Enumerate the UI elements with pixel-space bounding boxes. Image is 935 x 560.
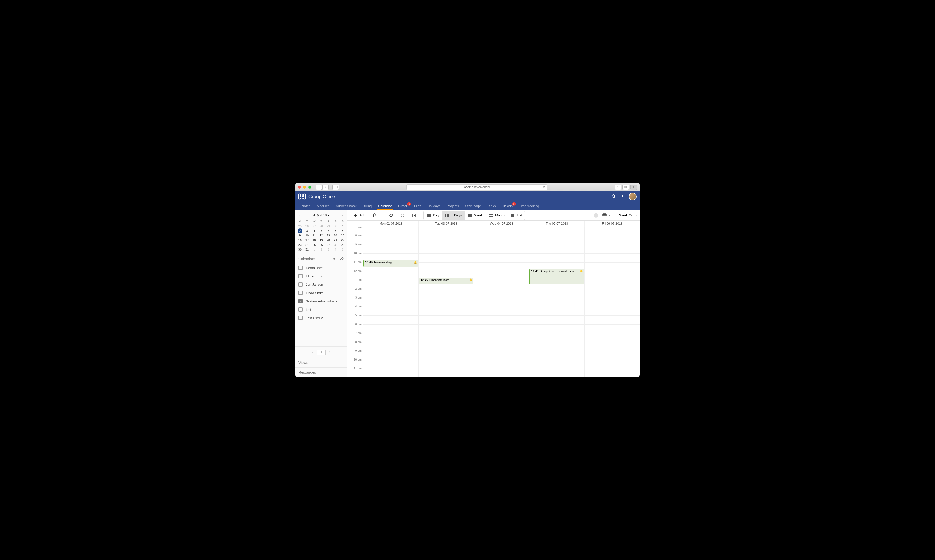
info-icon[interactable]: i <box>594 213 598 218</box>
mini-cal-day[interactable]: 4 <box>332 247 339 252</box>
mini-cal-day[interactable]: 28 <box>332 243 339 247</box>
new-tab-icon[interactable]: + <box>630 185 637 190</box>
view-week-button[interactable]: Week <box>465 211 486 220</box>
mini-cal-day[interactable]: 5 <box>339 247 346 252</box>
day-column[interactable]: 11:45GroupOffice demonstration🔔 <box>529 227 585 377</box>
day-column[interactable]: 12:45Lunch with Kate🔔 <box>418 227 474 377</box>
mini-cal-day[interactable]: 18 <box>311 238 318 243</box>
calendar-item[interactable]: System Administrator <box>295 297 347 305</box>
mini-cal-day[interactable]: 20 <box>325 238 332 243</box>
mini-cal-day[interactable]: 6 <box>325 228 332 233</box>
mini-cal-day[interactable]: 16 <box>296 238 303 243</box>
day-column[interactable] <box>474 227 529 377</box>
calendar-event[interactable]: 10:45Team meeting🔔 <box>363 260 418 267</box>
nav-tab-start-page[interactable]: Start page <box>462 202 484 210</box>
mini-cal-day[interactable]: 7 <box>332 228 339 233</box>
mini-cal-day[interactable]: 11 <box>311 233 318 238</box>
day-column[interactable]: 10:45Team meeting🔔 <box>363 227 418 377</box>
mini-cal-day[interactable]: 8 <box>339 228 346 233</box>
view-5-days-button[interactable]: 5 Days <box>442 211 464 220</box>
mini-cal-day[interactable]: 15 <box>339 233 346 238</box>
nav-tab-calendar[interactable]: Calendar <box>375 202 395 210</box>
day-column[interactable] <box>585 227 640 377</box>
nav-tab-holidays[interactable]: Holidays <box>424 202 443 210</box>
mini-cal-day[interactable]: 29 <box>325 224 332 228</box>
checkbox-icon[interactable] <box>298 266 302 270</box>
mini-cal-day[interactable]: 29 <box>339 243 346 247</box>
pager-input[interactable] <box>317 349 326 355</box>
next-month-button[interactable]: › <box>341 212 344 218</box>
nav-tab-tasks[interactable]: Tasks <box>484 202 499 210</box>
mini-cal-day[interactable]: 3 <box>303 228 310 233</box>
check-all-icon[interactable] <box>339 257 344 261</box>
back-button[interactable]: ‹ <box>316 185 322 190</box>
delete-button[interactable] <box>369 211 380 220</box>
checkbox-icon[interactable] <box>298 291 302 295</box>
nav-tab-e-mail[interactable]: E-mail6 <box>395 202 411 210</box>
add-button[interactable]: Add <box>350 211 368 220</box>
nav-tab-tickets[interactable]: Tickets3 <box>499 202 516 210</box>
mini-cal-day[interactable]: 27 <box>325 243 332 247</box>
settings-button[interactable] <box>397 211 408 220</box>
mini-cal-day[interactable]: 9 <box>296 233 303 238</box>
calendar-item[interactable]: test <box>295 305 347 314</box>
mini-cal-day[interactable]: 23 <box>296 243 303 247</box>
calendar-event[interactable]: 12:45Lunch with Kate🔔 <box>419 278 473 285</box>
next-week-button[interactable]: › <box>636 213 637 218</box>
nav-tab-billing[interactable]: Billing <box>360 202 375 210</box>
url-field[interactable]: localhost/#calendar ⟳ <box>406 184 547 190</box>
mini-cal-day[interactable]: 1 <box>339 224 346 228</box>
views-section-header[interactable]: Views <box>295 358 347 367</box>
calendar-item[interactable]: Linda Smith <box>295 289 347 297</box>
pager-prev-button[interactable]: ‹ <box>310 349 315 355</box>
mini-cal-day[interactable]: 28 <box>318 224 325 228</box>
checkbox-icon[interactable] <box>298 282 302 286</box>
prev-week-button[interactable]: ‹ <box>615 213 616 218</box>
print-button[interactable]: ▼ <box>599 211 614 220</box>
mini-cal-day[interactable]: 21 <box>332 238 339 243</box>
calendar-item[interactable]: Elmer Fudd <box>295 272 347 280</box>
mini-cal-day[interactable]: 5 <box>318 228 325 233</box>
mini-cal-day[interactable]: 31 <box>303 247 310 252</box>
nav-tab-modules[interactable]: Modules <box>313 202 333 210</box>
app-logo-icon[interactable] <box>298 193 306 200</box>
mini-cal-day[interactable]: 2 <box>298 228 302 233</box>
mini-cal-day[interactable]: 13 <box>325 233 332 238</box>
mini-cal-day[interactable]: 30 <box>332 224 339 228</box>
mini-cal-day[interactable]: 2 <box>318 247 325 252</box>
resources-section-header[interactable]: Resources <box>295 367 347 377</box>
sidebar-toggle-icon[interactable] <box>332 185 339 190</box>
checkbox-icon[interactable] <box>298 316 302 320</box>
mini-cal-day[interactable]: 1 <box>311 247 318 252</box>
nav-tab-files[interactable]: Files <box>411 202 424 210</box>
nav-tab-time-tracking[interactable]: Time tracking <box>516 202 542 210</box>
nav-tab-projects[interactable]: Projects <box>443 202 462 210</box>
mini-cal-day[interactable]: 19 <box>318 238 325 243</box>
reload-icon[interactable]: ⟳ <box>543 185 546 189</box>
calendar-item[interactable]: Jan Jansen <box>295 280 347 289</box>
nav-tab-notes[interactable]: Notes <box>298 202 313 210</box>
gear-icon[interactable] <box>332 257 336 261</box>
search-icon[interactable] <box>611 194 616 199</box>
forward-button[interactable]: › <box>322 185 329 190</box>
mini-cal-day[interactable]: 30 <box>296 247 303 252</box>
mini-cal-day[interactable]: 26 <box>318 243 325 247</box>
nav-tab-address-book[interactable]: Address book <box>333 202 360 210</box>
maximize-window-icon[interactable] <box>309 186 312 189</box>
refresh-button[interactable] <box>386 211 396 220</box>
avatar[interactable] <box>629 193 637 200</box>
checkbox-icon[interactable] <box>298 299 302 303</box>
today-button[interactable] <box>409 211 419 220</box>
minimize-window-icon[interactable] <box>303 186 306 189</box>
mini-cal-day[interactable]: 14 <box>332 233 339 238</box>
pager-next-button[interactable]: › <box>328 349 332 355</box>
mini-cal-day[interactable]: 4 <box>311 228 318 233</box>
checkbox-icon[interactable] <box>298 308 302 312</box>
mini-cal-day[interactable]: 3 <box>325 247 332 252</box>
apps-icon[interactable] <box>620 194 625 198</box>
mini-cal-day[interactable]: 25 <box>296 224 303 228</box>
mini-cal-day[interactable]: 12 <box>318 233 325 238</box>
tabs-icon[interactable] <box>622 185 629 190</box>
calendar-event[interactable]: 11:45GroupOffice demonstration🔔 <box>529 269 584 285</box>
prev-month-button[interactable]: ‹ <box>298 212 302 218</box>
